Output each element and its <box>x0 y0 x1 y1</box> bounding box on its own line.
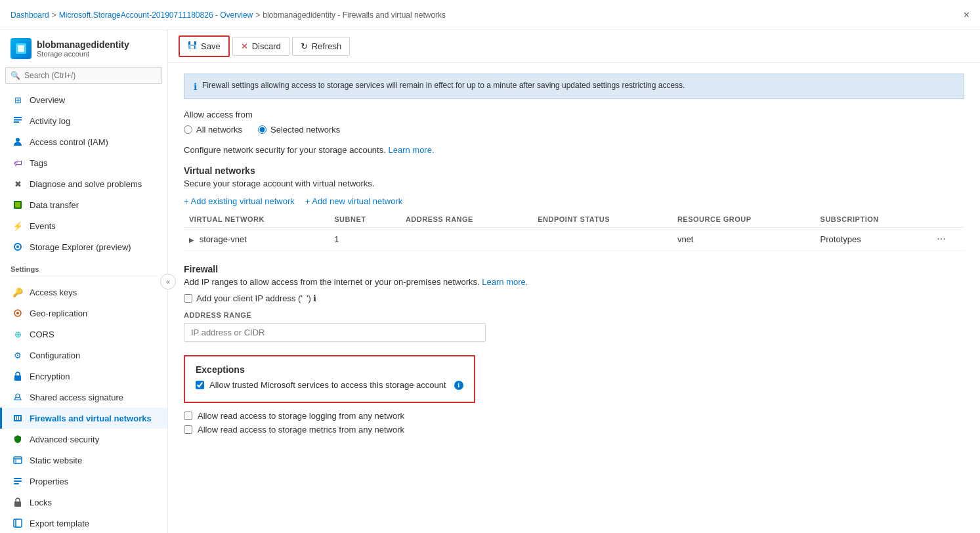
sidebar-item-shared-access[interactable]: Shared access signature <box>0 387 167 408</box>
client-ip-checkbox[interactable] <box>184 294 192 303</box>
sidebar-item-tags[interactable]: 🏷 Tags <box>0 152 167 173</box>
properties-icon <box>12 476 23 486</box>
page-content: ℹ Firewall settings allowing access to s… <box>168 63 980 449</box>
sidebar-label-shared-access: Shared access signature <box>30 393 123 402</box>
firewall-learn-more-link[interactable]: Learn more. <box>482 277 528 287</box>
exception-metrics-checkbox[interactable] <box>184 425 192 434</box>
discard-button[interactable]: ✕ Discard <box>232 37 289 56</box>
table-row: ▶ storage-vnet 1 vnet Prototypes ··· <box>184 228 964 251</box>
activity-log-icon <box>12 116 23 126</box>
exception-trusted-checkbox[interactable] <box>196 381 204 389</box>
sidebar-label-events: Events <box>30 221 56 231</box>
geo-replication-icon <box>12 308 23 318</box>
radio-all-input[interactable] <box>184 125 192 134</box>
svg-rect-12 <box>14 375 21 381</box>
sidebar-item-cors[interactable]: ⊕ CORS <box>0 324 167 345</box>
exceptions-area: Exceptions Allow trusted Microsoft servi… <box>184 355 964 435</box>
radio-all-networks[interactable]: All networks <box>184 125 242 135</box>
sidebar: blobmanagedidentity Storage account 🔍 ⊞ … <box>0 30 168 533</box>
svg-point-5 <box>16 138 20 142</box>
sidebar-item-events[interactable]: ⚡ Events <box>0 215 167 236</box>
close-button[interactable]: × <box>964 9 969 21</box>
exception-trusted-info-icon: ℹ <box>454 381 463 390</box>
sidebar-item-access-keys[interactable]: 🔑 Access keys <box>0 282 167 303</box>
sidebar-label-geo-replication: Geo-replication <box>30 309 87 318</box>
sidebar-label-export-template: Export template <box>30 519 89 528</box>
sidebar-collapse-button[interactable]: « <box>160 274 176 289</box>
sidebar-label-locks: Locks <box>30 498 52 507</box>
sidebar-item-firewalls[interactable]: Firewalls and virtual networks <box>0 408 167 429</box>
export-template-icon <box>12 518 23 528</box>
breadcrumb-current: blobmanagedidentity - Firewalls and virt… <box>263 11 446 20</box>
svg-rect-2 <box>14 117 22 118</box>
svg-point-9 <box>16 245 19 248</box>
main-layout: blobmanagedidentity Storage account 🔍 ⊞ … <box>0 30 980 533</box>
advanced-security-icon <box>12 434 23 444</box>
sidebar-item-encryption[interactable]: Encryption <box>0 366 167 387</box>
radio-selected-label: Selected networks <box>270 125 340 135</box>
col-resource-group: RESOURCE GROUP <box>672 211 815 228</box>
more-actions-button[interactable]: ··· <box>937 233 945 245</box>
cell-resource-group: vnet <box>672 228 815 251</box>
firewall-section-title: Firewall <box>184 264 964 274</box>
sidebar-item-overview[interactable]: ⊞ Overview <box>0 89 167 110</box>
exceptions-box: Exceptions Allow trusted Microsoft servi… <box>184 355 475 403</box>
sidebar-label-access-keys: Access keys <box>30 288 77 297</box>
static-website-icon <box>12 455 23 465</box>
sidebar-item-static-website[interactable]: Static website <box>0 450 167 471</box>
breadcrumb-overview[interactable]: Microsoft.StorageAccount-20190711180826 … <box>59 11 253 20</box>
svg-rect-23 <box>14 501 21 507</box>
radio-all-label: All networks <box>196 125 242 135</box>
sidebar-item-iam[interactable]: Access control (IAM) <box>0 131 167 152</box>
data-transfer-icon <box>12 200 23 210</box>
exception-logging-checkbox[interactable] <box>184 412 192 420</box>
configure-learn-more-link[interactable]: Learn more. <box>388 145 434 155</box>
sidebar-item-configuration[interactable]: ⚙ Configuration <box>0 345 167 366</box>
save-button[interactable]: Save <box>179 35 230 57</box>
exceptions-title: Exceptions <box>196 364 463 375</box>
sidebar-label-properties: Properties <box>30 477 68 486</box>
sidebar-label-data-transfer: Data transfer <box>30 200 79 210</box>
storage-explorer-icon <box>12 242 23 252</box>
sidebar-item-geo-replication[interactable]: Geo-replication <box>0 303 167 324</box>
sidebar-item-export-template[interactable]: Export template <box>0 513 167 533</box>
client-ip-label: Add your client IP address (' <box>196 293 303 303</box>
exception-metrics-label: Allow read access to storage metrics fro… <box>198 425 404 435</box>
sidebar-label-iam: Access control (IAM) <box>30 137 108 147</box>
col-subscription: SUBSCRIPTION <box>815 211 932 228</box>
sidebar-item-storage-explorer[interactable]: Storage Explorer (preview) <box>0 236 167 257</box>
radio-selected-networks[interactable]: Selected networks <box>258 125 340 135</box>
sidebar-item-locks[interactable]: Locks <box>0 492 167 513</box>
search-input[interactable] <box>5 67 162 84</box>
svg-rect-29 <box>190 46 194 49</box>
exception-trusted-label: Allow trusted Microsoft services to acce… <box>209 380 446 390</box>
info-message: Firewall settings allowing access to sto… <box>202 81 685 90</box>
add-new-vnet-link[interactable]: + Add new virtual network <box>305 196 403 206</box>
breadcrumb-dashboard[interactable]: Dashboard <box>11 11 49 20</box>
sidebar-item-activity-log[interactable]: Activity log <box>0 110 167 131</box>
address-range-input[interactable] <box>184 323 486 342</box>
sidebar-item-properties[interactable]: Properties <box>0 471 167 492</box>
svg-rect-25 <box>16 519 22 527</box>
svg-rect-20 <box>14 478 22 479</box>
exception-logging-item: Allow read access to storage logging fro… <box>184 411 964 421</box>
vnet-section-title: Virtual networks <box>184 165 964 176</box>
sidebar-resource-title: blobmanagedidentity <box>37 39 129 50</box>
sidebar-label-advanced-security: Advanced security <box>30 435 99 444</box>
svg-rect-27 <box>190 41 194 45</box>
info-icon: ℹ <box>194 81 197 92</box>
add-existing-vnet-link[interactable]: + Add existing virtual network <box>184 196 295 206</box>
shared-access-icon <box>12 392 23 402</box>
expand-arrow-icon[interactable]: ▶ <box>189 236 194 244</box>
radio-selected-input[interactable] <box>258 125 266 134</box>
sidebar-nav: ⊞ Overview Activity log Access control (… <box>0 89 167 533</box>
col-virtual-network: VIRTUAL NETWORK <box>184 211 329 228</box>
sidebar-item-diagnose[interactable]: ✖ Diagnose and solve problems <box>0 173 167 194</box>
svg-rect-3 <box>14 119 22 121</box>
refresh-button[interactable]: ↻ Refresh <box>292 37 351 56</box>
exception-metrics-item: Allow read access to storage metrics fro… <box>184 425 964 435</box>
sidebar-item-data-transfer[interactable]: Data transfer <box>0 194 167 215</box>
discard-icon: ✕ <box>241 41 248 51</box>
svg-rect-7 <box>15 202 20 207</box>
sidebar-item-advanced-security[interactable]: Advanced security <box>0 429 167 450</box>
